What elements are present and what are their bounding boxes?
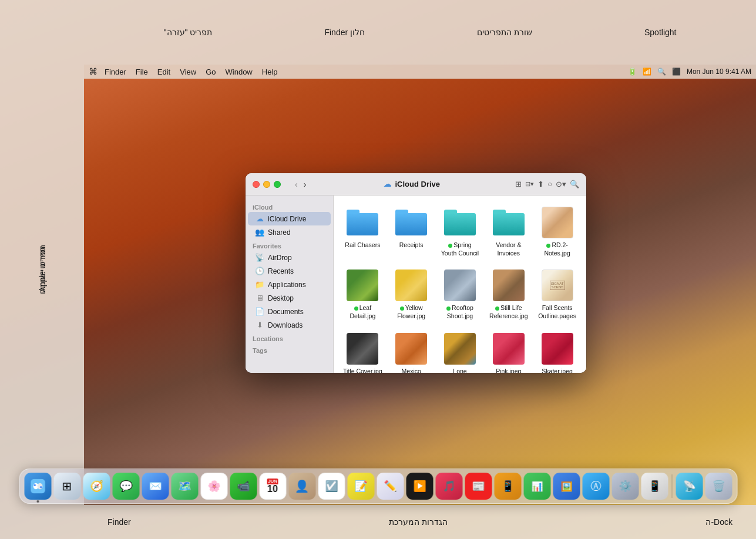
- menubar-items: Finder File Edit View Go Window Help: [105, 68, 278, 76]
- sidebar: iCloud ☁ iCloud Drive 👥 Shared Favorites…: [246, 196, 334, 373]
- dock-item-freeform[interactable]: ✏️: [377, 473, 404, 500]
- dock-item-music[interactable]: 🎵: [435, 473, 462, 500]
- menu-go[interactable]: Go: [206, 68, 216, 76]
- menubar: ⌘ Finder File Edit View Go Window Help 🔋…: [84, 65, 756, 79]
- file-item-still-life[interactable]: Still Life Reference.jpg: [486, 265, 530, 324]
- sidebar-item-recents[interactable]: 🕒 Recents: [248, 264, 331, 278]
- thumb-pink: [492, 332, 525, 365]
- share-icon[interactable]: ⬆: [537, 180, 544, 188]
- folder-icon-rail-chasers: [346, 206, 379, 239]
- dock-item-finder[interactable]: [24, 473, 51, 500]
- sidebar-recents-label: Recents: [268, 267, 294, 275]
- file-label-spring-youth: Spring Youth Council: [441, 241, 480, 257]
- thumb-fall-scents: SIGNATSCENT: [541, 269, 574, 302]
- thumb-yellow-flower: [395, 269, 428, 302]
- dock-item-contacts[interactable]: 👤: [288, 473, 315, 500]
- dock-item-safari[interactable]: 🧭: [83, 473, 110, 500]
- dock-item-facetime[interactable]: 📹: [230, 473, 257, 500]
- sidebar-item-shared[interactable]: 👥 Shared: [248, 225, 331, 239]
- menu-window[interactable]: Window: [226, 68, 253, 76]
- dock-item-reminders[interactable]: ☑️: [318, 473, 345, 500]
- green-dot-leaf: [354, 306, 358, 311]
- back-button[interactable]: ‹: [293, 178, 300, 190]
- more-icon[interactable]: ⊙▾: [556, 180, 566, 188]
- file-item-rooftop-shoot[interactable]: Rooftop Shoot.jpg: [438, 265, 482, 324]
- dock-item-launchpad[interactable]: ⊞: [53, 473, 80, 500]
- file-item-rd2-notes[interactable]: RD.2-Notes.jpg: [535, 203, 579, 261]
- dock-item-messages[interactable]: 💬: [112, 473, 139, 500]
- file-label-pink: Pink.jpeg: [496, 368, 521, 373]
- file-item-spring-youth[interactable]: Spring Youth Council: [438, 203, 482, 261]
- sidebar-section-locations: Locations: [246, 332, 333, 343]
- sidebar-item-downloads[interactable]: ⬇ Downloads: [248, 318, 331, 332]
- file-item-vendor-invoices[interactable]: Vendor & Invoices: [486, 203, 530, 261]
- search-icon[interactable]: 🔍: [570, 180, 579, 188]
- sidebar-item-documents[interactable]: 📄 Documents: [248, 305, 331, 318]
- menu-file[interactable]: File: [136, 68, 148, 76]
- apple-menu-icon[interactable]: ⌘: [89, 66, 98, 77]
- minimize-button[interactable]: [263, 181, 270, 188]
- close-button[interactable]: [253, 181, 260, 188]
- file-item-lone-pine[interactable]: Lone Pine.jpeg: [438, 329, 482, 373]
- sidebar-documents-label: Documents: [268, 308, 304, 316]
- sidebar-item-desktop[interactable]: 🖥 Desktop: [248, 291, 331, 305]
- file-label-rd2-notes: RD.2-Notes.jpg: [537, 241, 577, 257]
- documents-sidebar-icon: 📄: [255, 307, 264, 316]
- file-item-title-cover[interactable]: Title Cover.jpg: [341, 329, 385, 373]
- file-label-yellow-flower: Yellow Flower.jpg: [392, 304, 431, 320]
- file-item-fall-scents[interactable]: SIGNATSCENT Fall Scents Outline.pages: [535, 265, 579, 324]
- svg-point-3: [37, 483, 42, 490]
- file-item-receipts[interactable]: Receipts: [389, 203, 434, 261]
- dock-item-photos[interactable]: 🌸: [200, 473, 227, 500]
- dock-item-airdrop[interactable]: 📡: [676, 473, 703, 500]
- dock-item-appstore[interactable]: Ⓐ: [582, 473, 609, 500]
- sidebar-desktop-label: Desktop: [268, 294, 294, 302]
- file-item-yellow-flower[interactable]: Yellow Flower.jpg: [389, 265, 434, 324]
- display-icon[interactable]: ⬛: [672, 68, 681, 76]
- file-item-skater[interactable]: Skater.jpeg: [535, 329, 579, 373]
- spotlight-icon[interactable]: 🔍: [657, 68, 666, 76]
- dock-item-keynote[interactable]: 🖼️: [553, 473, 580, 500]
- thumb-mexico-city: [395, 332, 428, 365]
- file-item-leaf-detail[interactable]: Leaf Detail.jpg: [341, 265, 385, 324]
- menu-finder[interactable]: Finder: [105, 68, 126, 76]
- thumb-lone-pine: [443, 332, 476, 365]
- maximize-button[interactable]: [274, 181, 281, 188]
- sidebar-section-tags: Tags: [246, 343, 333, 355]
- thumb-title-cover: [346, 332, 379, 365]
- view-icon-grid[interactable]: ⊞: [515, 180, 522, 188]
- dock-item-news[interactable]: 📰: [465, 473, 492, 500]
- svg-point-4: [33, 484, 36, 487]
- dock-item-system-prefs[interactable]: ⚙️: [611, 473, 639, 500]
- menu-view[interactable]: View: [180, 68, 196, 76]
- sidebar-item-icloud-drive[interactable]: ☁ iCloud Drive: [248, 212, 331, 225]
- file-item-pink[interactable]: Pink.jpeg: [486, 329, 530, 373]
- thumb-rd2-notes: [541, 206, 574, 239]
- dock-item-mail[interactable]: ✉️: [142, 473, 169, 500]
- applications-sidebar-icon: 📁: [255, 280, 264, 289]
- dock-item-ibooks[interactable]: 📱: [494, 473, 521, 500]
- window-title-area: ☁ iCloud Drive: [308, 180, 515, 188]
- menu-help[interactable]: Help: [262, 68, 278, 76]
- dock-item-numbers[interactable]: 📊: [523, 473, 550, 500]
- sidebar-downloads-label: Downloads: [268, 321, 303, 329]
- finder-dot: [36, 500, 39, 503]
- view-icon-columns[interactable]: ⊟▾: [525, 180, 534, 188]
- top-annotation-bar: Spotlight שורת התפריטים חלון Finder תפרי…: [84, 0, 756, 65]
- sidebar-item-airdrop[interactable]: 📡 AirDrop: [248, 251, 331, 264]
- sidebar-item-applications[interactable]: 📁 Applications: [248, 278, 331, 291]
- forward-button[interactable]: ›: [301, 178, 309, 190]
- file-item-mexico-city[interactable]: Mexico City.jpeg: [389, 329, 434, 373]
- finder-bottom-annotation: Finder: [107, 517, 131, 527]
- dock-item-calendar[interactable]: JUN 10: [259, 473, 286, 500]
- tag-icon[interactable]: ○: [547, 180, 552, 188]
- dock-item-appletv[interactable]: ▶️: [406, 473, 433, 500]
- dock-item-notes[interactable]: 📝: [347, 473, 374, 500]
- dock-item-trash[interactable]: 🗑️: [705, 473, 732, 500]
- dock-item-maps[interactable]: 🗺️: [171, 473, 198, 500]
- system-settings-annotation: הגדרות המערכת: [389, 517, 448, 527]
- green-dot-still-life: [495, 306, 499, 311]
- menu-edit[interactable]: Edit: [157, 68, 170, 76]
- file-item-rail-chasers[interactable]: Rail Chasers: [341, 203, 385, 261]
- dock-item-iphone-mirroring[interactable]: 📱: [641, 473, 668, 500]
